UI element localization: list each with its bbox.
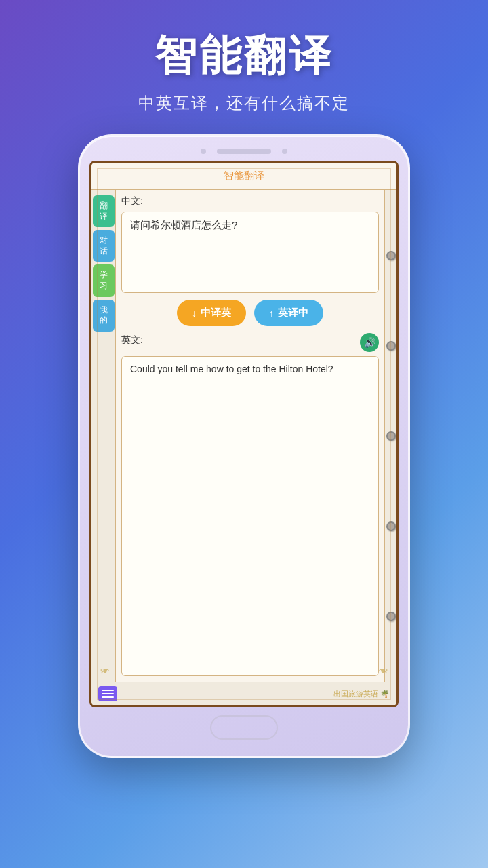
menu-button[interactable] [98, 686, 117, 701]
menu-line-2 [102, 693, 114, 694]
sidebar-tab-translate[interactable]: 翻 译 [93, 195, 115, 227]
app-header: 智能翻译 [92, 163, 396, 190]
sidebar: 翻 译 对 话 学 习 我 的 [92, 190, 116, 682]
app-screen: ❧ ❧ 智能翻译 翻 译 对 话 学 习 我 的 中文: 请问希尔顿酒店怎么走? [89, 161, 399, 707]
ring-2 [386, 341, 396, 351]
translate-buttons: ↓ 中译英 ↑ 英译中 [121, 300, 379, 326]
bottom-toolbar: 出国旅游英语 🌴 [92, 682, 396, 705]
btn-cn-label: 中译英 [201, 307, 231, 319]
main-title: 智能翻译 [14, 27, 474, 84]
ring-3 [386, 431, 396, 441]
english-label: 英文: [121, 334, 143, 347]
chinese-text: 请问希尔顿酒店怎么走? [130, 219, 237, 231]
btn-cn-to-en[interactable]: ↓ 中译英 [177, 300, 246, 326]
phone-top-bar [89, 149, 399, 154]
chinese-label: 中文: [121, 195, 379, 208]
ring-4 [386, 521, 396, 531]
english-section: 英文: 🔊 Could you tell me how to get to th… [121, 333, 379, 676]
app-body: 翻 译 对 话 学 习 我 的 中文: 请问希尔顿酒店怎么走? ↓ 中译英 [92, 190, 396, 682]
phone-speaker [217, 149, 271, 154]
sidebar-tab-dialog[interactable]: 对 话 [93, 230, 115, 262]
btn-en-label: 英译中 [278, 307, 308, 319]
english-label-row: 英文: 🔊 [121, 333, 379, 352]
phone-dot-left [201, 149, 206, 154]
header-section: 智能翻译 中英互译，还有什么搞不定 [0, 0, 488, 127]
sidebar-tab-mine[interactable]: 我 的 [93, 300, 115, 332]
corner-ornament-br: ❧ [378, 663, 388, 678]
ring-1 [386, 251, 396, 260]
menu-line-1 [102, 690, 114, 691]
ring-5 [386, 612, 396, 621]
phone-dot-right [282, 149, 287, 154]
english-text-box[interactable]: Could you tell me how to get to the Hilt… [121, 356, 379, 676]
app-header-title: 智能翻译 [224, 170, 264, 181]
english-text: Could you tell me how to get to the Hilt… [130, 363, 333, 374]
btn-en-to-cn[interactable]: ↑ 英译中 [254, 300, 323, 326]
binder-rings [384, 190, 396, 682]
btn-cn-icon: ↓ [192, 308, 197, 319]
watermark: 出国旅游英语 🌴 [333, 689, 390, 699]
menu-line-3 [102, 696, 114, 698]
speaker-button[interactable]: 🔊 [360, 333, 379, 352]
subtitle: 中英互译，还有什么搞不定 [14, 92, 474, 114]
phone-home-button[interactable] [210, 715, 278, 740]
sidebar-tab-study[interactable]: 学 习 [93, 264, 115, 296]
main-content: 中文: 请问希尔顿酒店怎么走? ↓ 中译英 ↑ 英译中 [116, 190, 384, 682]
speaker-symbol: 🔊 [364, 337, 375, 348]
chinese-text-box[interactable]: 请问希尔顿酒店怎么走? [121, 212, 379, 293]
corner-ornament-bl: ❧ [100, 663, 110, 678]
phone-frame: ❧ ❧ 智能翻译 翻 译 对 话 学 习 我 的 中文: 请问希尔顿酒店怎么走? [78, 134, 410, 758]
btn-en-icon: ↑ [269, 308, 274, 319]
